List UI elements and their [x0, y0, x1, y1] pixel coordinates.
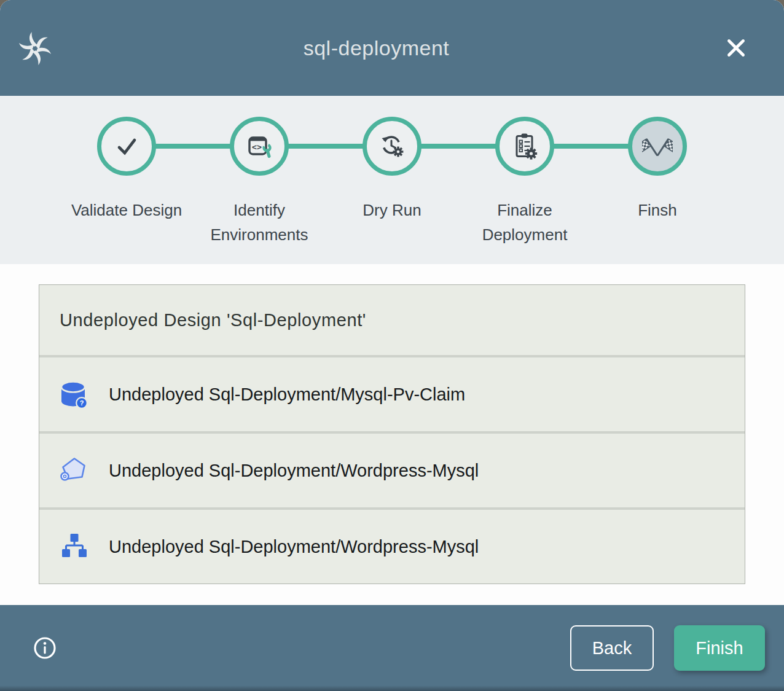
info-icon: [33, 636, 57, 660]
list-item: Undeployed Sql-Deployment/Wordpress-Mysq…: [39, 431, 745, 507]
deployment-results-list: Undeployed Design 'Sql-Deployment' ? Und…: [39, 284, 745, 584]
svg-text:<>: <>: [252, 142, 262, 152]
step-finish-circle[interactable]: [628, 117, 687, 176]
close-button[interactable]: [723, 34, 750, 61]
close-icon: [723, 35, 749, 61]
list-item-text: Undeployed Sql-Deployment/Mysql-Pv-Claim: [109, 385, 465, 405]
list-item: ? Undeployed Sql-Deployment/Mysql-Pv-Cla…: [39, 355, 745, 431]
step-label: Identify Environments: [195, 198, 324, 247]
step-label: Finalize Deployment: [460, 198, 589, 247]
pinwheel-logo-icon: [18, 32, 52, 65]
step-label: Finsh: [638, 198, 677, 222]
refresh-gear-icon: [377, 131, 407, 161]
results-heading: Undeployed Design 'Sql-Deployment': [39, 285, 745, 355]
tree-icon: [60, 532, 89, 561]
dialog-header: sql-deployment: [0, 0, 784, 96]
database-question-icon: ?: [60, 380, 89, 409]
wizard-stepper: Validate Design <>: [0, 96, 784, 264]
dialog-footer: Back Finish: [0, 605, 784, 691]
step-dry-run-circle[interactable]: [363, 117, 421, 176]
checkered-flags-icon: [642, 131, 673, 162]
wizard-body: Undeployed Design 'Sql-Deployment' ? Und…: [0, 264, 784, 605]
list-item-text: Undeployed Sql-Deployment/Wordpress-Mysq…: [109, 461, 479, 481]
step-finalize-deployment: Finalize Deployment: [458, 117, 591, 247]
clipboard-gear-icon: [510, 131, 539, 161]
step-identify-environments: <> Identify Environments: [193, 117, 326, 247]
step-validate-design-circle[interactable]: [97, 117, 156, 176]
list-item: Undeployed Sql-Deployment/Wordpress-Mysq…: [39, 507, 745, 584]
svg-text:?: ?: [80, 399, 84, 407]
step-identify-environments-circle[interactable]: <>: [230, 117, 289, 176]
check-icon: [112, 131, 141, 161]
sql-deployment-wizard-dialog: sql-deployment Valida: [0, 0, 784, 691]
step-finish: Finsh: [591, 117, 724, 247]
finish-button[interactable]: Finish: [674, 625, 765, 671]
list-item-text: Undeployed Sql-Deployment/Wordpress-Mysq…: [109, 537, 479, 557]
step-finalize-deployment-circle[interactable]: [495, 117, 554, 176]
code-window-wrench-icon: <>: [245, 131, 274, 161]
back-button[interactable]: Back: [570, 625, 654, 671]
step-dry-run: Dry Run: [326, 117, 458, 247]
step-validate-design: Validate Design: [60, 117, 193, 247]
pod-icon: [60, 456, 89, 485]
step-label: Validate Design: [71, 198, 182, 222]
info-button[interactable]: [33, 636, 57, 660]
dialog-title: sql-deployment: [304, 36, 450, 60]
step-label: Dry Run: [363, 198, 421, 222]
